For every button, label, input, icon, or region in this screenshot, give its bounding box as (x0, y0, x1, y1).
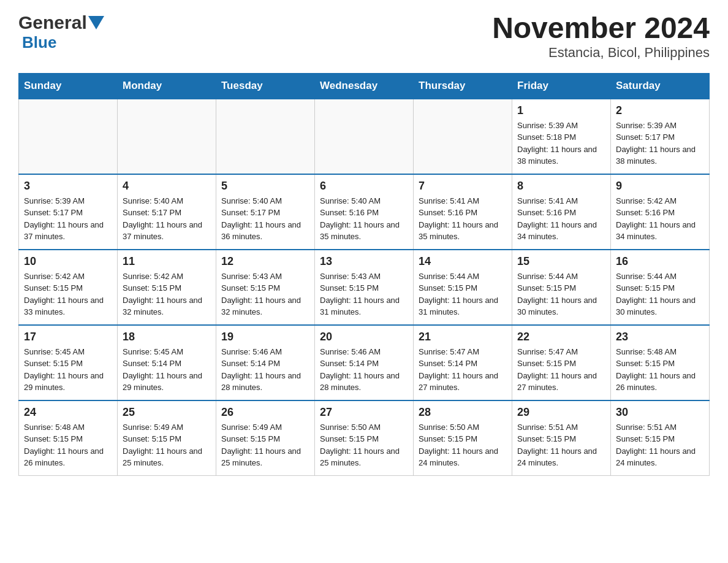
day-number: 18 (123, 331, 211, 343)
day-number: 17 (24, 331, 112, 343)
calendar-cell (118, 99, 216, 174)
day-number: 11 (123, 255, 211, 268)
calendar-cell: 24Sunrise: 5:48 AMSunset: 5:15 PMDayligh… (19, 400, 118, 476)
calendar-header-saturday: Saturday (611, 73, 710, 99)
calendar-cell: 20Sunrise: 5:46 AMSunset: 5:14 PMDayligh… (315, 325, 414, 400)
logo-arrow-icon (88, 16, 104, 29)
calendar-cell: 17Sunrise: 5:45 AMSunset: 5:15 PMDayligh… (19, 325, 118, 400)
calendar-cell: 22Sunrise: 5:47 AMSunset: 5:15 PMDayligh… (512, 325, 611, 400)
day-number: 7 (419, 180, 507, 193)
day-info: Sunrise: 5:43 AMSunset: 5:15 PMDaylight:… (320, 270, 408, 318)
day-info: Sunrise: 5:43 AMSunset: 5:15 PMDaylight:… (221, 270, 309, 318)
day-number: 13 (320, 255, 408, 268)
calendar-week-row: 1Sunrise: 5:39 AMSunset: 5:18 PMDaylight… (19, 99, 710, 174)
day-info: Sunrise: 5:40 AMSunset: 5:17 PMDaylight:… (123, 195, 211, 243)
calendar-cell: 21Sunrise: 5:47 AMSunset: 5:14 PMDayligh… (414, 325, 512, 400)
day-info: Sunrise: 5:46 AMSunset: 5:14 PMDaylight:… (221, 346, 309, 394)
day-number: 8 (517, 180, 605, 193)
calendar-cell (216, 99, 315, 174)
day-number: 25 (123, 406, 211, 419)
day-number: 14 (419, 255, 507, 268)
day-number: 24 (24, 406, 112, 419)
calendar-cell: 2Sunrise: 5:39 AMSunset: 5:17 PMDaylight… (611, 99, 710, 174)
day-info: Sunrise: 5:44 AMSunset: 5:15 PMDaylight:… (616, 270, 704, 318)
calendar-cell (315, 99, 414, 174)
calendar-table: SundayMondayTuesdayWednesdayThursdayFrid… (18, 73, 710, 476)
day-number: 27 (320, 406, 408, 419)
day-number: 16 (616, 255, 704, 268)
day-info: Sunrise: 5:40 AMSunset: 5:16 PMDaylight:… (320, 195, 408, 243)
calendar-cell: 19Sunrise: 5:46 AMSunset: 5:14 PMDayligh… (216, 325, 315, 400)
day-info: Sunrise: 5:39 AMSunset: 5:18 PMDaylight:… (517, 120, 605, 167)
day-number: 19 (221, 331, 309, 343)
calendar-header-friday: Friday (512, 73, 611, 99)
day-info: Sunrise: 5:44 AMSunset: 5:15 PMDaylight:… (419, 270, 507, 318)
calendar-cell: 18Sunrise: 5:45 AMSunset: 5:14 PMDayligh… (118, 325, 216, 400)
day-number: 30 (616, 406, 704, 419)
day-number: 15 (517, 255, 605, 268)
title-block: November 2024 Estancia, Bicol, Philippin… (492, 12, 710, 61)
calendar-cell (19, 99, 118, 174)
calendar-cell: 29Sunrise: 5:51 AMSunset: 5:15 PMDayligh… (512, 400, 611, 476)
calendar-cell: 5Sunrise: 5:40 AMSunset: 5:17 PMDaylight… (216, 174, 315, 250)
day-info: Sunrise: 5:51 AMSunset: 5:15 PMDaylight:… (517, 421, 605, 469)
calendar-cell: 14Sunrise: 5:44 AMSunset: 5:15 PMDayligh… (414, 250, 512, 325)
day-info: Sunrise: 5:45 AMSunset: 5:15 PMDaylight:… (24, 346, 112, 394)
day-number: 9 (616, 180, 704, 193)
calendar-cell: 12Sunrise: 5:43 AMSunset: 5:15 PMDayligh… (216, 250, 315, 325)
calendar-week-row: 24Sunrise: 5:48 AMSunset: 5:15 PMDayligh… (19, 400, 710, 476)
day-info: Sunrise: 5:49 AMSunset: 5:15 PMDaylight:… (123, 421, 211, 469)
day-info: Sunrise: 5:44 AMSunset: 5:15 PMDaylight:… (517, 270, 605, 318)
calendar-cell: 25Sunrise: 5:49 AMSunset: 5:15 PMDayligh… (118, 400, 216, 476)
calendar-cell: 27Sunrise: 5:50 AMSunset: 5:15 PMDayligh… (315, 400, 414, 476)
calendar-subtitle: Estancia, Bicol, Philippines (492, 45, 710, 61)
calendar-cell: 30Sunrise: 5:51 AMSunset: 5:15 PMDayligh… (611, 400, 710, 476)
calendar-cell: 8Sunrise: 5:41 AMSunset: 5:16 PMDaylight… (512, 174, 611, 250)
calendar-title: November 2024 (492, 12, 710, 45)
calendar-header-tuesday: Tuesday (216, 73, 315, 99)
day-number: 22 (517, 331, 605, 343)
day-info: Sunrise: 5:45 AMSunset: 5:14 PMDaylight:… (123, 346, 211, 394)
day-number: 6 (320, 180, 408, 193)
day-number: 29 (517, 406, 605, 419)
calendar-cell: 26Sunrise: 5:49 AMSunset: 5:15 PMDayligh… (216, 400, 315, 476)
calendar-week-row: 3Sunrise: 5:39 AMSunset: 5:17 PMDaylight… (19, 174, 710, 250)
calendar-cell: 16Sunrise: 5:44 AMSunset: 5:15 PMDayligh… (611, 250, 710, 325)
day-number: 12 (221, 255, 309, 268)
calendar-cell: 9Sunrise: 5:42 AMSunset: 5:16 PMDaylight… (611, 174, 710, 250)
day-number: 23 (616, 331, 704, 343)
day-info: Sunrise: 5:42 AMSunset: 5:16 PMDaylight:… (616, 195, 704, 243)
day-number: 10 (24, 255, 112, 268)
day-number: 21 (419, 331, 507, 343)
day-number: 28 (419, 406, 507, 419)
day-info: Sunrise: 5:46 AMSunset: 5:14 PMDaylight:… (320, 346, 408, 394)
calendar-header-sunday: Sunday (19, 73, 118, 99)
calendar-cell: 1Sunrise: 5:39 AMSunset: 5:18 PMDaylight… (512, 99, 611, 174)
calendar-cell: 7Sunrise: 5:41 AMSunset: 5:16 PMDaylight… (414, 174, 512, 250)
svg-marker-0 (88, 16, 104, 29)
logo-general-text: General (18, 12, 87, 33)
day-info: Sunrise: 5:49 AMSunset: 5:15 PMDaylight:… (221, 421, 309, 469)
calendar-week-row: 10Sunrise: 5:42 AMSunset: 5:15 PMDayligh… (19, 250, 710, 325)
day-info: Sunrise: 5:47 AMSunset: 5:14 PMDaylight:… (419, 346, 507, 394)
day-number: 1 (517, 104, 605, 117)
calendar-header-thursday: Thursday (414, 73, 512, 99)
logo-blue-text: Blue (22, 33, 56, 52)
day-info: Sunrise: 5:50 AMSunset: 5:15 PMDaylight:… (419, 421, 507, 469)
day-info: Sunrise: 5:51 AMSunset: 5:15 PMDaylight:… (616, 421, 704, 469)
calendar-cell: 11Sunrise: 5:42 AMSunset: 5:15 PMDayligh… (118, 250, 216, 325)
day-number: 26 (221, 406, 309, 419)
calendar-cell: 3Sunrise: 5:39 AMSunset: 5:17 PMDaylight… (19, 174, 118, 250)
calendar-cell: 13Sunrise: 5:43 AMSunset: 5:15 PMDayligh… (315, 250, 414, 325)
calendar-cell: 6Sunrise: 5:40 AMSunset: 5:16 PMDaylight… (315, 174, 414, 250)
calendar-cell: 15Sunrise: 5:44 AMSunset: 5:15 PMDayligh… (512, 250, 611, 325)
calendar-header-row: SundayMondayTuesdayWednesdayThursdayFrid… (19, 73, 710, 99)
day-info: Sunrise: 5:39 AMSunset: 5:17 PMDaylight:… (24, 195, 112, 243)
day-info: Sunrise: 5:48 AMSunset: 5:15 PMDaylight:… (616, 346, 704, 394)
day-info: Sunrise: 5:40 AMSunset: 5:17 PMDaylight:… (221, 195, 309, 243)
day-info: Sunrise: 5:50 AMSunset: 5:15 PMDaylight:… (320, 421, 408, 469)
logo: General Blue (18, 12, 104, 52)
day-info: Sunrise: 5:41 AMSunset: 5:16 PMDaylight:… (517, 195, 605, 243)
calendar-cell: 10Sunrise: 5:42 AMSunset: 5:15 PMDayligh… (19, 250, 118, 325)
calendar-week-row: 17Sunrise: 5:45 AMSunset: 5:15 PMDayligh… (19, 325, 710, 400)
